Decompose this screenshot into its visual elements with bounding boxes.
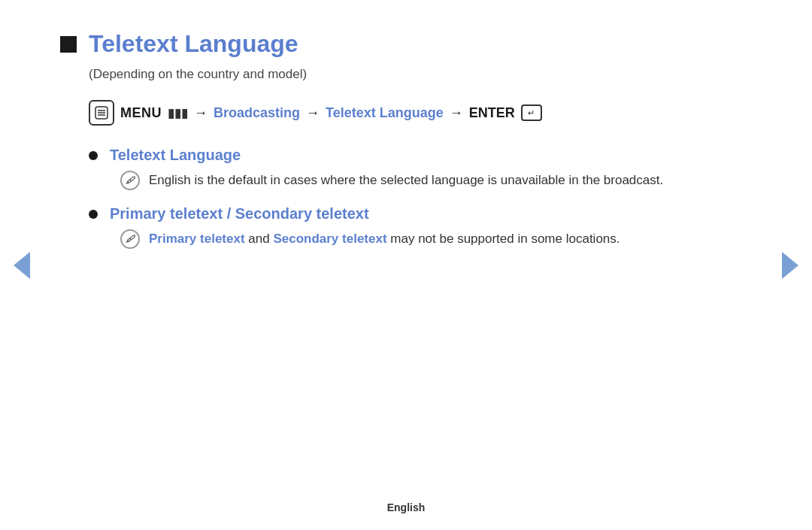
bullet-label-2: Primary teletext / Secondary teletext xyxy=(110,205,369,223)
broadcasting-link: Broadcasting xyxy=(214,105,300,121)
note-text-2: Primary teletext and Secondary teletext … xyxy=(149,229,620,249)
menu-path: MENU ▮▮▮ → Broadcasting → Teletext Langu… xyxy=(89,100,677,126)
primary-teletext-label: Primary teletext xyxy=(110,205,223,222)
teletext-language-link: Teletext Language xyxy=(326,105,444,121)
enter-icon: ↵ xyxy=(521,104,542,121)
note-text-1: English is the default in cases where th… xyxy=(149,170,663,190)
note-icon-2: 🖊 xyxy=(120,229,140,249)
bullet-section-1: Teletext Language 🖊 English is the defau… xyxy=(60,147,677,190)
bullet-section-2: Primary teletext / Secondary teletext 🖊 … xyxy=(60,205,677,249)
page-title: Teletext Language xyxy=(89,30,298,58)
menu-text: MENU xyxy=(120,105,162,121)
bullet-label-1: Teletext Language xyxy=(110,147,241,164)
bullet-dot-2 xyxy=(89,210,98,219)
bullet-item-1: Teletext Language xyxy=(89,147,677,164)
secondary-highlight: Secondary teletext xyxy=(273,232,386,246)
subtitle: (Depending on the country and model) xyxy=(89,67,677,82)
primary-highlight: Primary teletext xyxy=(149,232,245,246)
nav-right-arrow[interactable] xyxy=(782,252,798,279)
footer: English xyxy=(387,501,426,513)
arrow-3: → xyxy=(450,105,463,121)
note-icon-1: 🖊 xyxy=(120,171,140,190)
bullet-item-2: Primary teletext / Secondary teletext xyxy=(89,205,677,223)
note-item-2: 🖊 Primary teletext and Secondary teletex… xyxy=(120,229,677,249)
enter-text: ENTER xyxy=(469,105,515,121)
page-content: Teletext Language (Depending on the coun… xyxy=(0,0,737,294)
menu-icon xyxy=(89,100,114,126)
note-item-1: 🖊 English is the default in cases where … xyxy=(120,170,677,190)
arrow-2: → xyxy=(306,105,320,121)
slash-separator: / xyxy=(223,205,235,222)
bullet-dot-1 xyxy=(89,151,98,160)
secondary-teletext-label: Secondary teletext xyxy=(235,205,369,222)
nav-left-arrow[interactable] xyxy=(14,252,30,279)
arrow-1: → xyxy=(194,105,208,121)
title-row: Teletext Language xyxy=(60,30,677,58)
title-icon xyxy=(60,36,77,53)
